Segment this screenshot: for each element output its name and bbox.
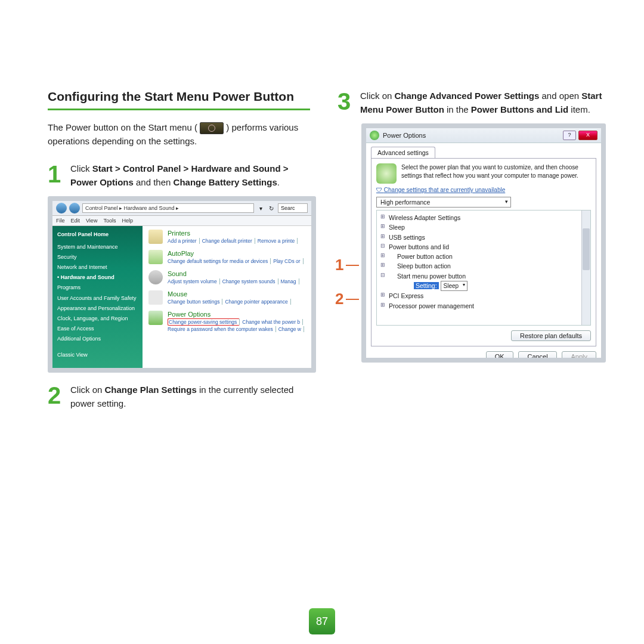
apply-button[interactable]: Apply <box>562 351 596 362</box>
callout-1: 1 <box>335 256 359 274</box>
tree-power-button-action[interactable]: Power button action <box>380 252 589 261</box>
autoplay-icon <box>148 250 163 264</box>
ok-button[interactable]: OK <box>486 351 513 362</box>
cp-sidebar[interactable]: Control Panel Home System and Maintenanc… <box>52 226 143 368</box>
settings-tree[interactable]: Wireless Adapter Settings Sleep USB sett… <box>376 210 591 326</box>
window-title: Power Options <box>383 132 563 139</box>
callout-2: 2 <box>335 290 359 308</box>
step-number: 3 <box>338 89 354 116</box>
help-icon[interactable]: ? <box>563 131 576 140</box>
setting-dropdown[interactable]: Sleep <box>441 281 468 292</box>
change-power-saving-link[interactable]: Change power-saving settings <box>168 318 240 326</box>
intro-text: The Power button on the Start menu ( ) p… <box>48 121 316 148</box>
tree-start-menu-power-button[interactable]: Start menu power button <box>380 271 589 281</box>
power-plan-icon <box>376 163 397 184</box>
power-button-icon <box>200 122 224 134</box>
cancel-button[interactable]: Cancel <box>518 351 556 362</box>
close-icon[interactable]: X <box>578 131 597 140</box>
power-options-icon <box>148 311 163 325</box>
mouse-icon <box>148 290 163 305</box>
section-heading: Configuring the Start Menu Power Button <box>48 89 316 104</box>
step-2: 2 Click on Change Plan Settings in the c… <box>48 383 316 410</box>
forward-icon[interactable] <box>69 203 80 213</box>
tab-advanced-settings[interactable]: Advanced settings <box>371 147 435 158</box>
breadcrumb[interactable]: Control Panel ▸ Hardware and Sound ▸ <box>82 203 254 213</box>
tree-power-buttons-and-lid[interactable]: Power buttons and lid <box>380 242 589 252</box>
step-3: 3 Click on Change Advanced Power Setting… <box>338 89 606 116</box>
step-1: 1 Click Start > Control Panel > Hardware… <box>48 162 316 189</box>
back-icon[interactable] <box>56 203 67 213</box>
plan-select[interactable]: High performance <box>376 197 511 208</box>
menu-bar[interactable]: FileEditViewToolsHelp <box>52 216 311 226</box>
page-number: 87 <box>309 608 335 634</box>
screenshot-power-options: Power Options ? X Advanced settings Sele… <box>361 123 606 363</box>
heading-rule <box>48 109 310 110</box>
cp-main: PrintersAdd a printerChange default prin… <box>143 226 311 368</box>
panel-description: Select the power plan that you want to c… <box>401 163 591 184</box>
step-number: 2 <box>48 383 64 410</box>
power-options-app-icon <box>370 131 379 140</box>
sound-icon <box>148 270 163 284</box>
step-number: 1 <box>48 162 64 189</box>
restore-defaults-button[interactable]: Restore plan defaults <box>511 330 591 341</box>
uac-link[interactable]: Change settings that are currently unava… <box>376 187 591 193</box>
screenshot-control-panel: Control Panel ▸ Hardware and Sound ▸ ▾ ↻… <box>48 196 316 373</box>
tree-sleep-button-action[interactable]: Sleep button action <box>380 261 589 271</box>
search-input[interactable]: Searc <box>278 203 308 213</box>
printers-icon <box>148 230 163 244</box>
setting-label: Setting: <box>414 282 439 289</box>
